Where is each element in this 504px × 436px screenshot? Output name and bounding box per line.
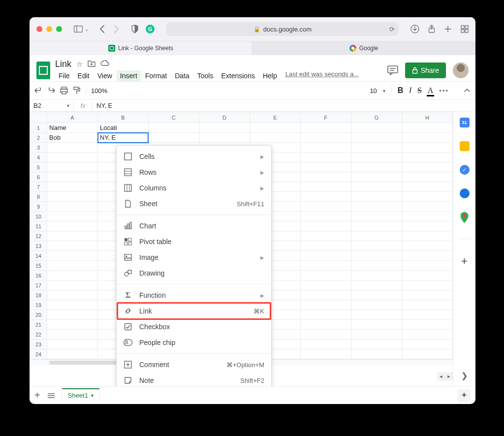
cell-H13[interactable] — [402, 241, 452, 251]
sheets-doc-icon[interactable] — [36, 62, 50, 79]
row-header-20[interactable]: 20 — [30, 310, 47, 320]
paint-format-icon[interactable] — [73, 87, 81, 94]
row-header-8[interactable]: 8 — [30, 192, 47, 202]
browser-tab-sheets[interactable]: Link - Google Sheets — [30, 41, 252, 55]
cell-F2[interactable] — [300, 133, 351, 143]
cell-F23[interactable] — [300, 340, 351, 349]
cell-F5[interactable] — [300, 162, 351, 172]
shield-icon[interactable] — [131, 25, 139, 33]
cell-H6[interactable] — [402, 172, 452, 182]
cell-F3[interactable] — [300, 143, 351, 153]
cell-H4[interactable] — [402, 153, 452, 162]
cell-A5[interactable] — [47, 162, 98, 172]
cell-H22[interactable] — [402, 330, 452, 340]
cell-H10[interactable] — [402, 212, 452, 221]
menu-tools[interactable]: Tools — [194, 70, 217, 81]
row-header-16[interactable]: 16 — [30, 271, 47, 280]
row-header-19[interactable]: 19 — [30, 300, 47, 310]
cell-A16[interactable] — [47, 271, 98, 280]
insert-menu-checkbox[interactable]: Checkbox — [117, 319, 271, 335]
side-panel-collapse-icon[interactable]: ❯ — [461, 371, 468, 380]
cell-F21[interactable] — [300, 320, 351, 330]
cell-H24[interactable] — [402, 349, 452, 359]
cell-F10[interactable] — [300, 212, 351, 221]
insert-menu-sheet[interactable]: SheetShift+F11 — [117, 196, 271, 212]
cell-C2[interactable] — [148, 133, 199, 143]
cell-A17[interactable] — [47, 280, 98, 290]
cell-F9[interactable] — [300, 202, 351, 212]
cell-A19[interactable] — [47, 300, 98, 310]
cell-F15[interactable] — [300, 261, 351, 271]
cell-A21[interactable] — [47, 320, 98, 330]
collapse-toolbar-icon[interactable] — [464, 88, 471, 93]
cell-H9[interactable] — [402, 202, 452, 212]
cell-G7[interactable] — [351, 182, 402, 192]
row-header-6[interactable]: 6 — [30, 172, 47, 182]
address-bar[interactable]: 🔒 docs.google.com ⟳ — [166, 22, 399, 36]
browser-tab-google[interactable]: Google — [252, 41, 475, 55]
new-tab-icon[interactable] — [444, 25, 452, 33]
cell-H3[interactable] — [402, 143, 452, 153]
cell-C1[interactable] — [148, 123, 199, 133]
insert-menu-comment[interactable]: Comment⌘+Option+M — [117, 357, 271, 373]
cell-H19[interactable] — [402, 300, 452, 310]
col-header-D[interactable]: D — [199, 112, 250, 123]
col-header-E[interactable]: E — [250, 112, 300, 123]
cell-H17[interactable] — [402, 280, 452, 290]
doc-title[interactable]: Link — [55, 59, 71, 69]
cell-G10[interactable] — [351, 212, 402, 221]
insert-menu-rows[interactable]: Rows▶ — [117, 164, 271, 180]
select-all-corner[interactable] — [30, 112, 47, 123]
forward-button[interactable] — [114, 25, 119, 33]
cell-D2[interactable] — [199, 133, 250, 143]
menu-format[interactable]: Format — [142, 70, 170, 81]
col-header-H[interactable]: H — [402, 112, 452, 123]
star-icon[interactable]: ☆ — [76, 60, 83, 69]
insert-menu-cells[interactable]: Cells▶ — [117, 149, 271, 164]
explore-button[interactable] — [458, 389, 471, 402]
cell-A18[interactable] — [47, 290, 98, 300]
menu-data[interactable]: Data — [171, 70, 193, 81]
col-header-A[interactable]: A — [47, 112, 98, 123]
cell-A13[interactable] — [47, 241, 98, 251]
reload-icon[interactable]: ⟳ — [389, 26, 395, 33]
maps-icon[interactable] — [461, 212, 469, 223]
row-header-12[interactable]: 12 — [30, 231, 47, 241]
cell-A1[interactable]: Name — [47, 123, 98, 133]
cell-F7[interactable] — [300, 182, 351, 192]
sidebar-toggle[interactable]: ⌄ — [74, 26, 89, 32]
cell-G22[interactable] — [351, 330, 402, 340]
share-icon[interactable] — [428, 25, 435, 33]
cell-F18[interactable] — [300, 290, 351, 300]
undo-icon[interactable] — [34, 87, 42, 94]
cell-G19[interactable] — [351, 300, 402, 310]
cell-F16[interactable] — [300, 271, 351, 280]
cell-G6[interactable] — [351, 172, 402, 182]
cell-A22[interactable] — [47, 330, 98, 340]
row-header-15[interactable]: 15 — [30, 261, 47, 271]
cell-A20[interactable] — [47, 310, 98, 320]
row-header-5[interactable]: 5 — [30, 162, 47, 172]
insert-menu-pivot[interactable]: Pivot table — [117, 234, 271, 249]
row-header-17[interactable]: 17 — [30, 280, 47, 290]
menu-help[interactable]: Help — [259, 70, 281, 81]
row-header-22[interactable]: 22 — [30, 330, 47, 340]
grammarly-icon[interactable]: G — [146, 25, 155, 33]
row-header-1[interactable]: 1 — [30, 123, 47, 133]
formula-input[interactable]: NY, E — [93, 100, 475, 111]
cell-H21[interactable] — [402, 320, 452, 330]
add-sheet-icon[interactable]: + — [34, 390, 40, 401]
insert-menu-drawing[interactable]: Drawing — [117, 265, 271, 281]
cell-A8[interactable] — [47, 192, 98, 202]
cell-A3[interactable] — [47, 143, 98, 153]
cell-F19[interactable] — [300, 300, 351, 310]
cell-A7[interactable] — [47, 182, 98, 192]
cell-F1[interactable] — [300, 123, 351, 133]
cell-F8[interactable] — [300, 192, 351, 202]
text-color-button[interactable]: A — [428, 86, 434, 95]
strikethrough-button[interactable]: S — [417, 86, 422, 95]
cell-A12[interactable] — [47, 231, 98, 241]
close-window[interactable] — [36, 26, 42, 32]
cell-G20[interactable] — [351, 310, 402, 320]
cloud-status-icon[interactable] — [100, 60, 109, 69]
